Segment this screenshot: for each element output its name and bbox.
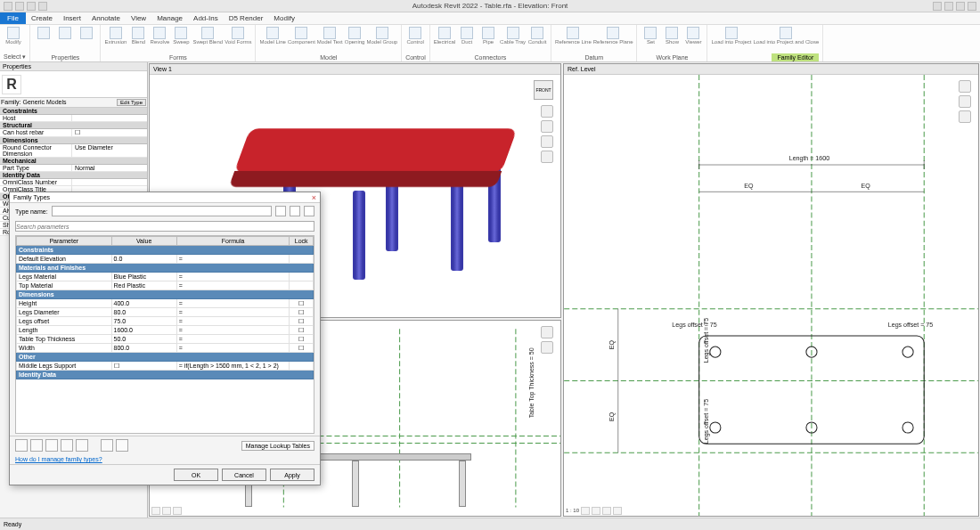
property-category[interactable]: Identity Data <box>0 172 147 179</box>
ribbon-button[interactable]: Modify <box>4 27 23 45</box>
param-row[interactable]: Top MaterialRed Plastic= <box>17 281 314 290</box>
ribbon-button[interactable]: Load into Project and Close <box>754 27 820 45</box>
ribbon-button[interactable]: Cable Tray <box>500 27 526 45</box>
view-plan[interactable]: Ref. Level <box>563 63 979 517</box>
ribbon-button[interactable]: Viewer <box>683 27 703 45</box>
dialog-close-icon[interactable]: × <box>312 193 316 202</box>
pan-icon[interactable] <box>541 120 553 133</box>
vc-icon[interactable] <box>592 507 600 515</box>
param-row[interactable]: Height400.0=☐ <box>17 299 314 308</box>
ribbon-button[interactable]: Conduit <box>527 27 547 45</box>
ribbon-button[interactable]: Void Forms <box>225 27 251 45</box>
ribbon-button[interactable]: Opening <box>345 27 365 45</box>
help-link[interactable]: How do I manage family types? <box>10 454 320 464</box>
param-row[interactable]: Legs offset75.0=☐ <box>17 317 314 326</box>
ribbon-button[interactable] <box>55 27 75 39</box>
property-category[interactable]: Mechanical <box>0 158 147 165</box>
menu-item[interactable]: View <box>126 14 151 22</box>
vc-icon[interactable] <box>602 507 611 515</box>
menu-item[interactable]: Annotate <box>86 14 126 22</box>
menu-item[interactable]: Add-Ins <box>188 14 224 22</box>
vc-icon[interactable] <box>613 507 622 515</box>
min-icon[interactable] <box>944 2 953 11</box>
menu-item[interactable]: Modify <box>268 14 300 22</box>
vc-icon[interactable] <box>173 507 182 515</box>
delete-param-icon[interactable] <box>45 439 58 452</box>
orbit-icon[interactable] <box>541 151 553 163</box>
property-row[interactable]: Part TypeNormal <box>0 165 147 172</box>
dialog-title-bar[interactable]: Family Types × <box>10 192 320 203</box>
ribbon-button[interactable]: Extrusion <box>104 27 127 45</box>
property-row[interactable]: Can host rebar☐ <box>0 129 147 137</box>
move-up-icon[interactable] <box>61 439 73 452</box>
property-category[interactable]: Structural <box>0 122 147 129</box>
param-section[interactable]: Materials and Finishes <box>17 264 314 273</box>
parameters-grid[interactable]: Parameter Value Formula Lock Constraints… <box>15 235 314 434</box>
param-section[interactable]: Dimensions <box>17 290 314 299</box>
qat-icon[interactable] <box>27 2 36 11</box>
nav-icon[interactable] <box>541 341 553 354</box>
rename-type-icon[interactable] <box>290 206 300 216</box>
ribbon-button[interactable]: Duct <box>457 27 477 45</box>
zoom-icon[interactable] <box>541 135 553 148</box>
param-section[interactable]: Constraints <box>17 246 314 255</box>
sort-asc-icon[interactable] <box>101 439 113 452</box>
ribbon-button[interactable]: Pipe <box>478 27 498 45</box>
param-row[interactable]: Legs Diameter80.0=☐ <box>17 308 314 317</box>
menu-item[interactable]: Manage <box>151 14 188 22</box>
edit-type-button[interactable]: Edit Type <box>117 99 146 106</box>
ribbon-button[interactable]: Model Text <box>317 27 343 45</box>
move-down-icon[interactable] <box>76 439 88 452</box>
view-cube[interactable]: FRONT <box>534 80 553 100</box>
col-parameter[interactable]: Parameter <box>17 237 112 246</box>
file-tab[interactable]: File <box>0 12 26 24</box>
param-row[interactable]: Default Elevation0.0= <box>17 255 314 264</box>
param-section[interactable]: Other <box>17 353 314 362</box>
param-row[interactable]: Middle Legs Support☐= if(Length > 1500 m… <box>17 362 314 371</box>
cancel-button[interactable]: Cancel <box>222 469 266 481</box>
apply-button[interactable]: Apply <box>270 469 314 481</box>
new-param-icon[interactable] <box>15 439 28 452</box>
ribbon-button[interactable]: Model Line <box>259 27 285 45</box>
ribbon-button[interactable]: Show <box>662 27 682 45</box>
ribbon-button[interactable]: Component <box>288 27 315 45</box>
property-row[interactable]: Host <box>0 115 147 122</box>
param-row[interactable]: Legs MaterialBlue Plastic= <box>17 273 314 281</box>
delete-type-icon[interactable] <box>304 206 314 216</box>
ribbon-button[interactable]: Model Group <box>366 27 397 45</box>
ribbon-button[interactable]: Blend <box>128 27 148 45</box>
close-icon[interactable] <box>968 2 976 11</box>
new-type-icon[interactable] <box>275 206 286 216</box>
param-row[interactable]: Width800.0=☐ <box>17 344 314 353</box>
menu-item[interactable]: Create <box>26 14 58 22</box>
ribbon-button[interactable]: Control <box>405 27 425 45</box>
ribbon-button[interactable] <box>77 27 96 39</box>
param-row[interactable]: Length1600.0=☐ <box>17 326 314 335</box>
scale-label[interactable]: 1 : 10 <box>566 508 579 513</box>
modify-param-icon[interactable] <box>30 439 43 452</box>
property-category[interactable]: Constraints <box>0 108 147 115</box>
max-icon[interactable] <box>956 2 965 11</box>
ribbon-button[interactable]: Reference Plane <box>593 27 633 45</box>
type-name-input[interactable] <box>52 206 272 216</box>
menu-item[interactable]: Insert <box>58 14 86 22</box>
ribbon-button[interactable]: Reference Line <box>555 27 592 45</box>
qat-icon[interactable] <box>4 2 12 11</box>
ribbon-button[interactable] <box>34 27 53 39</box>
param-row[interactable]: Table Top Thickness50.0=☐ <box>17 335 314 344</box>
vc-icon[interactable] <box>581 507 590 515</box>
property-row[interactable]: OmniClass Number <box>0 179 147 186</box>
ribbon-button[interactable]: Load into Project <box>711 27 751 45</box>
col-lock[interactable]: Lock <box>290 237 314 246</box>
ribbon-button[interactable]: Swept Blend <box>192 27 223 45</box>
param-section[interactable]: Identity Data <box>17 371 314 379</box>
sort-desc-icon[interactable] <box>116 439 128 452</box>
vc-icon[interactable] <box>162 507 171 515</box>
nav-icon[interactable] <box>959 80 971 93</box>
nav-icon[interactable] <box>959 110 971 123</box>
help-icon[interactable] <box>933 2 942 11</box>
nav-wheel-icon[interactable] <box>541 105 553 118</box>
col-value[interactable]: Value <box>111 237 176 246</box>
qat-icon[interactable] <box>15 2 24 11</box>
ribbon-button[interactable]: Sweep <box>171 27 191 45</box>
